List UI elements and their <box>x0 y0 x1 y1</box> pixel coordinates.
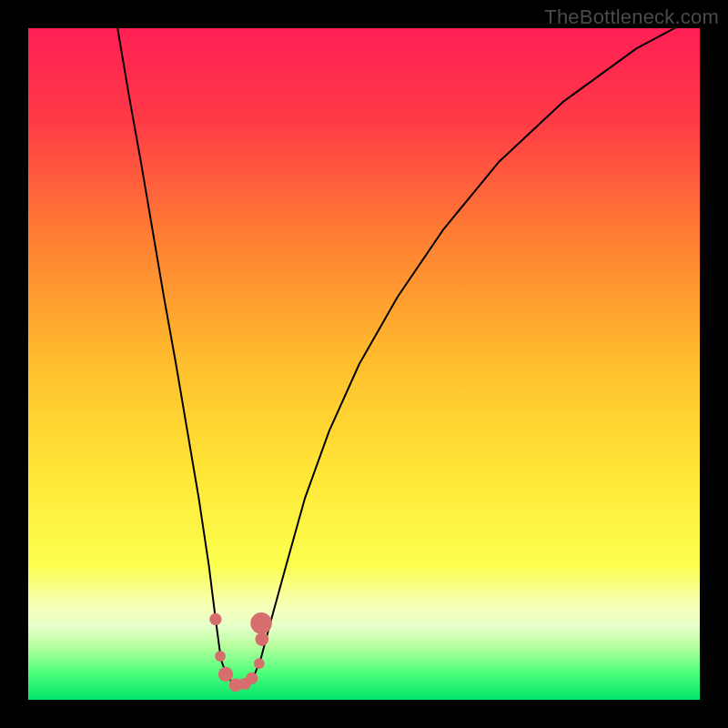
bottleneck-curve-left <box>117 28 221 660</box>
curve-marker <box>218 667 233 682</box>
chart-frame: TheBottleneck.com <box>0 0 728 728</box>
watermark-label: TheBottleneck.com <box>544 5 719 29</box>
curve-marker <box>254 658 265 669</box>
curve-marker <box>209 613 221 625</box>
bottleneck-curve-right <box>260 15 700 659</box>
curve-marker <box>246 672 258 684</box>
curve-marker <box>250 612 272 634</box>
curve-marker <box>255 632 268 646</box>
curve-marker <box>215 651 226 662</box>
curve-layer <box>28 28 700 700</box>
